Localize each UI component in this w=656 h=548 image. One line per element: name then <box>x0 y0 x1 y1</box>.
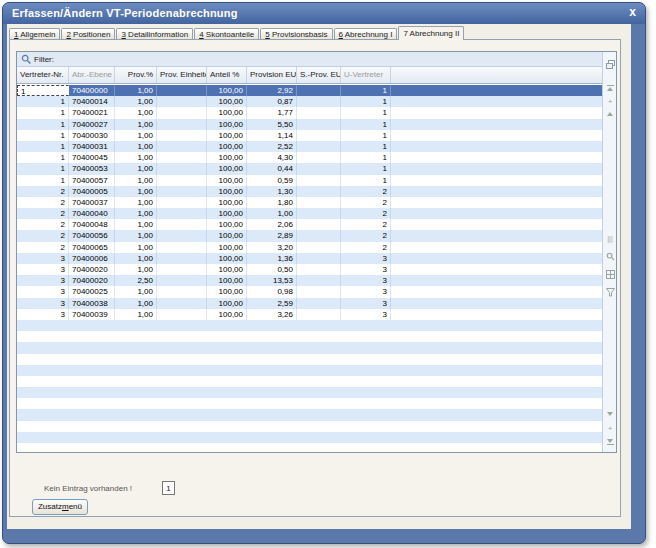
table-cell[interactable] <box>157 208 207 219</box>
table-cell[interactable] <box>157 242 207 253</box>
table-cell[interactable]: 1 <box>17 163 69 174</box>
table-cell[interactable]: 1,00 <box>115 175 157 186</box>
tab-abrechnung-ii[interactable]: 7 Abrechnung II <box>398 26 464 40</box>
table-cell[interactable] <box>297 242 341 253</box>
table-row[interactable]: 3704000061,00100,001,363 <box>17 253 602 264</box>
table-row[interactable]: 3704000381,00100,002,593 <box>17 298 602 309</box>
grid-rows-area[interactable]: 1704000001,00100,002,9211704000141,00100… <box>17 85 602 452</box>
table-cell[interactable]: 2 <box>341 208 391 219</box>
table-cell[interactable]: 70400065 <box>69 242 115 253</box>
table-cell[interactable]: 100,00 <box>207 219 247 230</box>
table-cell[interactable]: 2,50 <box>115 275 157 286</box>
table-cell[interactable]: 2 <box>341 219 391 230</box>
table-cell[interactable]: 100,00 <box>207 152 247 163</box>
table-cell[interactable]: 1,00 <box>115 141 157 152</box>
table-cell[interactable]: 100,00 <box>207 107 247 118</box>
column-header-provision-eur[interactable]: Provision EUR <box>247 67 297 83</box>
table-cell[interactable] <box>297 264 341 275</box>
table-cell[interactable]: 70400048 <box>69 219 115 230</box>
table-cell[interactable] <box>297 163 341 174</box>
zusatzmenu-button[interactable]: Zusatzmenü <box>32 499 88 515</box>
table-cell[interactable]: 70400020 <box>69 264 115 275</box>
table-cell[interactable] <box>157 96 207 107</box>
table-cell[interactable]: 3 <box>341 309 391 320</box>
table-cell[interactable] <box>297 286 341 297</box>
table-cell[interactable] <box>297 230 341 241</box>
table-cell[interactable]: 1 <box>17 96 69 107</box>
table-cell[interactable]: 2 <box>341 186 391 197</box>
table-cell[interactable]: 100,00 <box>207 85 247 96</box>
table-cell[interactable] <box>157 163 207 174</box>
table-cell[interactable]: 1,00 <box>115 107 157 118</box>
table-cell[interactable]: 0,44 <box>247 163 297 174</box>
table-cell[interactable]: 70400057 <box>69 175 115 186</box>
table-cell[interactable]: 100,00 <box>207 163 247 174</box>
tab-positionen[interactable]: 2 Positionen <box>61 28 115 39</box>
table-cell[interactable]: 1 <box>341 107 391 118</box>
table-cell[interactable]: 100,00 <box>207 253 247 264</box>
table-cell[interactable]: 1,00 <box>247 208 297 219</box>
table-row[interactable]: 1704000451,00100,004,301 <box>17 152 602 163</box>
table-cell[interactable] <box>297 298 341 309</box>
tab-provisionsbasis[interactable]: 5 Provisionsbasis <box>260 28 332 39</box>
table-cell[interactable]: 1 <box>17 141 69 152</box>
table-cell[interactable]: 2 <box>17 219 69 230</box>
table-cell[interactable]: 100,00 <box>207 264 247 275</box>
tab-detailinformation[interactable]: 3 Detailinformation <box>116 28 193 39</box>
table-cell[interactable]: 3 <box>341 286 391 297</box>
table-cell[interactable]: 2,06 <box>247 219 297 230</box>
table-row[interactable]: 3704000201,00100,000,503 <box>17 264 602 275</box>
table-cell[interactable] <box>157 107 207 118</box>
table-cell[interactable]: 3 <box>17 264 69 275</box>
table-cell[interactable]: 70400025 <box>69 286 115 297</box>
table-cell[interactable]: 100,00 <box>207 175 247 186</box>
table-cell[interactable]: 1 <box>341 175 391 186</box>
table-cell[interactable]: 3 <box>17 286 69 297</box>
table-cell[interactable] <box>157 85 207 96</box>
table-row[interactable]: 3704000391,00100,003,263 <box>17 309 602 320</box>
table-row[interactable]: 3704000202,50100,0013,533 <box>17 275 602 286</box>
column-header-s-prov-eur[interactable]: S.-Prov. EUR <box>297 67 341 83</box>
table-cell[interactable]: 1 <box>341 152 391 163</box>
table-cell[interactable]: 1 <box>341 163 391 174</box>
table-cell[interactable]: 2,59 <box>247 298 297 309</box>
table-cell[interactable] <box>157 275 207 286</box>
table-cell[interactable]: 1,00 <box>115 208 157 219</box>
table-cell[interactable]: 1,36 <box>247 253 297 264</box>
table-cell[interactable]: 1,00 <box>115 286 157 297</box>
table-cell[interactable]: 3 <box>341 298 391 309</box>
table-cell[interactable]: 0,87 <box>247 96 297 107</box>
table-row[interactable]: 2704000481,00100,002,062 <box>17 219 602 230</box>
table-cell[interactable]: 3 <box>17 253 69 264</box>
table-cell[interactable]: 70400039 <box>69 309 115 320</box>
table-cell[interactable]: 0,50 <box>247 264 297 275</box>
column-header-vertreter-nr-[interactable]: Vertreter-Nr. <box>17 67 69 83</box>
tab-skontoanteile[interactable]: 4 Skontoanteile <box>194 28 259 39</box>
column-header-prov-einheiten[interactable]: Prov. Einheiten <box>157 67 207 83</box>
table-cell[interactable]: 70400045 <box>69 152 115 163</box>
table-cell[interactable]: 2 <box>17 197 69 208</box>
table-cell[interactable]: 100,00 <box>207 130 247 141</box>
table-cell[interactable] <box>297 119 341 130</box>
scroll-up-button[interactable] <box>603 108 617 120</box>
table-cell[interactable] <box>157 152 207 163</box>
table-row[interactable]: 2704000051,00100,001,302 <box>17 186 602 197</box>
table-cell[interactable]: 0,59 <box>247 175 297 186</box>
table-cell[interactable]: 1,00 <box>115 253 157 264</box>
table-cell[interactable]: 13,53 <box>247 275 297 286</box>
column-chooser-icon[interactable] <box>603 58 617 70</box>
table-cell[interactable]: 1,00 <box>115 264 157 275</box>
table-cell[interactable] <box>157 309 207 320</box>
table-cell[interactable]: 1,00 <box>115 130 157 141</box>
table-cell[interactable]: 2 <box>341 197 391 208</box>
table-cell[interactable]: 100,00 <box>207 286 247 297</box>
table-cell[interactable]: 1,14 <box>247 130 297 141</box>
filter-funnel-icon[interactable] <box>603 286 617 298</box>
table-cell[interactable] <box>297 96 341 107</box>
table-cell[interactable] <box>297 253 341 264</box>
scroll-page-up-button[interactable]: + <box>603 95 617 107</box>
column-header-u-vertreter[interactable]: U-Vertreter <box>341 67 391 83</box>
table-cell[interactable]: 2 <box>17 208 69 219</box>
table-cell[interactable]: 1,00 <box>115 85 157 96</box>
table-cell[interactable]: 1,00 <box>115 230 157 241</box>
